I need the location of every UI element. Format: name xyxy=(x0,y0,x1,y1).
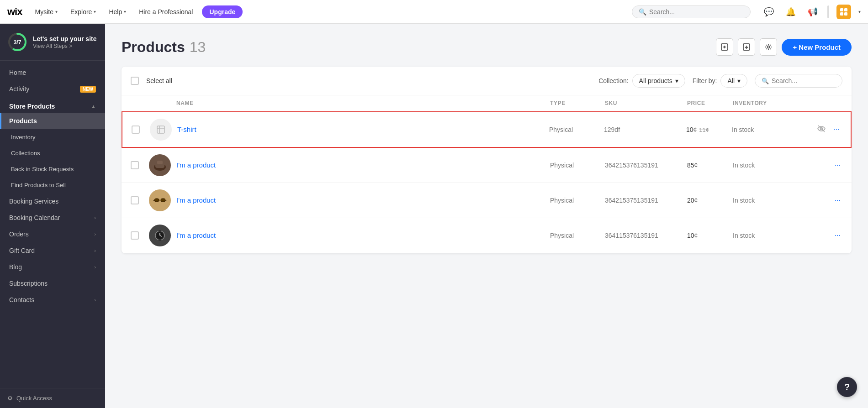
gift-card-chevron-icon: › xyxy=(94,248,96,253)
row-checkbox-product1[interactable] xyxy=(131,161,139,169)
quick-access-icon: ⚙ xyxy=(7,395,13,402)
more-options-icon[interactable]: ··· xyxy=(833,194,842,206)
sidebar-item-products[interactable]: Products xyxy=(0,113,105,129)
page-count: 13 xyxy=(190,39,206,56)
row-checkbox-product3[interactable] xyxy=(131,231,139,240)
new-product-button[interactable]: + New Product xyxy=(782,39,852,56)
select-all-label[interactable]: Select all xyxy=(146,77,172,84)
table-search-input[interactable] xyxy=(772,77,836,84)
bell-icon[interactable]: 🔔 xyxy=(783,5,798,19)
more-options-icon[interactable]: ··· xyxy=(832,124,842,136)
filter-dropdown[interactable]: All ▾ xyxy=(720,74,747,88)
help-button[interactable]: ? xyxy=(837,377,857,397)
contacts-chevron-icon: › xyxy=(94,297,96,303)
table-row: I'm a product Physical 364215376135191 8… xyxy=(122,148,852,183)
product-name-product2[interactable]: I'm a product xyxy=(176,196,216,204)
more-options-icon[interactable]: ··· xyxy=(833,159,842,171)
content-area: Products 13 + New Product Select xyxy=(105,24,868,408)
product-thumb-product2 xyxy=(149,189,171,211)
megaphone-icon[interactable]: 📢 xyxy=(805,5,820,19)
help-label: Help xyxy=(109,8,122,16)
table-row: I'm a product Physical 364215375135191 2… xyxy=(122,183,852,218)
product-name-product1[interactable]: I'm a product xyxy=(176,161,216,169)
explore-dropdown[interactable]: Explore ▾ xyxy=(67,6,100,17)
sidebar-item-activity[interactable]: Activity NEW xyxy=(0,81,105,97)
export-button[interactable] xyxy=(738,38,755,56)
collection-filter: Collection: All products ▾ xyxy=(598,74,685,88)
search-input[interactable] xyxy=(649,8,744,16)
sidebar-item-booking-services[interactable]: Booking Services xyxy=(0,193,105,209)
help-dropdown[interactable]: Help ▾ xyxy=(105,6,130,17)
svg-rect-16 xyxy=(154,199,159,202)
progress-circle-icon: 3/7 xyxy=(7,32,27,52)
product-sku-tshirt: 129df xyxy=(604,126,620,133)
sidebar-item-blog[interactable]: Blog › xyxy=(0,259,105,275)
hire-label: Hire a Professional xyxy=(139,8,193,16)
table-row: T-shirt Physical 129df 10¢ 11¢ In stock … xyxy=(122,111,852,148)
collection-dropdown[interactable]: All products ▾ xyxy=(632,74,685,88)
sidebar-item-collections[interactable]: Collections xyxy=(0,145,105,161)
sidebar-item-contacts[interactable]: Contacts › xyxy=(0,292,105,308)
product-price-tshirt: 10¢ 11¢ xyxy=(686,126,732,133)
chat-icon[interactable]: 💬 xyxy=(762,5,776,19)
sidebar-store-products-header[interactable]: Store Products ▲ xyxy=(0,97,105,113)
row-checkbox-tshirt[interactable] xyxy=(132,126,140,134)
product-inventory-tshirt: In stock xyxy=(732,126,754,133)
table-toolbar: Select all Collection: All products ▾ Fi… xyxy=(122,67,852,95)
product-sku-product1: 364215376135191 xyxy=(605,162,658,169)
select-all-checkbox[interactable] xyxy=(131,77,139,85)
setup-progress[interactable]: 3/7 Let's set up your site View All Step… xyxy=(0,24,105,61)
customize-button[interactable] xyxy=(760,38,777,56)
apps-icon[interactable] xyxy=(836,5,851,19)
main-layout: 3/7 Let's set up your site View All Step… xyxy=(0,24,868,408)
row-checkbox-product2[interactable] xyxy=(131,196,139,204)
sidebar-item-booking-calendar[interactable]: Booking Calendar › xyxy=(0,209,105,226)
svg-point-9 xyxy=(767,46,770,48)
quick-access[interactable]: ⚙ Quick Access xyxy=(0,388,105,408)
activity-new-badge: NEW xyxy=(80,86,96,93)
wix-logo: wix xyxy=(7,6,22,18)
filter-value: All xyxy=(727,77,735,84)
hide-icon[interactable] xyxy=(815,123,827,136)
mysite-dropdown[interactable]: Mysite ▾ xyxy=(31,6,61,17)
hire-link[interactable]: Hire a Professional xyxy=(135,6,196,17)
svg-rect-10 xyxy=(157,126,164,133)
mysite-chevron-icon: ▾ xyxy=(55,9,58,14)
sidebar-item-subscriptions[interactable]: Subscriptions xyxy=(0,275,105,292)
header-price: PRICE xyxy=(687,100,733,106)
product-sku-product2: 364215375135191 xyxy=(605,197,658,204)
product-type-tshirt: Physical xyxy=(549,126,573,133)
blog-chevron-icon: › xyxy=(94,264,96,270)
product-actions-tshirt: ··· xyxy=(805,123,842,136)
booking-calendar-chevron-icon: › xyxy=(94,215,96,220)
product-type-product2: Physical xyxy=(550,197,574,204)
sidebar-item-orders[interactable]: Orders › xyxy=(0,226,105,242)
product-thumb-tshirt xyxy=(150,119,172,141)
sidebar-item-find-products[interactable]: Find Products to Sell xyxy=(0,177,105,193)
explore-label: Explore xyxy=(70,8,92,16)
product-thumb-product1 xyxy=(149,154,171,176)
search-icon: 🔍 xyxy=(639,8,646,16)
page-title-text: Products xyxy=(122,39,185,56)
sidebar-item-back-in-stock[interactable]: Back in Stock Requests xyxy=(0,161,105,177)
apps-chevron-icon[interactable]: ▾ xyxy=(858,9,861,14)
product-name-product3[interactable]: I'm a product xyxy=(176,231,216,239)
header-inventory: INVENTORY xyxy=(733,100,806,106)
store-products-chevron-icon: ▲ xyxy=(91,104,96,109)
view-steps-link[interactable]: View All Steps > xyxy=(33,43,96,49)
sidebar-item-gift-card[interactable]: Gift Card › xyxy=(0,242,105,259)
upgrade-button[interactable]: Upgrade xyxy=(202,5,243,18)
mysite-label: Mysite xyxy=(35,8,53,16)
collection-value: All products xyxy=(639,77,672,84)
more-options-icon[interactable]: ··· xyxy=(833,230,842,241)
global-search[interactable]: 🔍 xyxy=(632,5,751,18)
import-button[interactable] xyxy=(716,38,733,56)
sidebar-item-inventory[interactable]: Inventory xyxy=(0,129,105,145)
sidebar-item-home[interactable]: Home xyxy=(0,64,105,81)
table-search[interactable]: 🔍 xyxy=(755,74,842,88)
header-actions: + New Product xyxy=(716,38,852,56)
nav-icons: 💬 🔔 📢 ▾ xyxy=(762,5,861,19)
table-search-icon: 🔍 xyxy=(762,78,769,84)
product-actions-product3: ··· xyxy=(806,230,842,241)
product-name-tshirt[interactable]: T-shirt xyxy=(177,126,196,133)
